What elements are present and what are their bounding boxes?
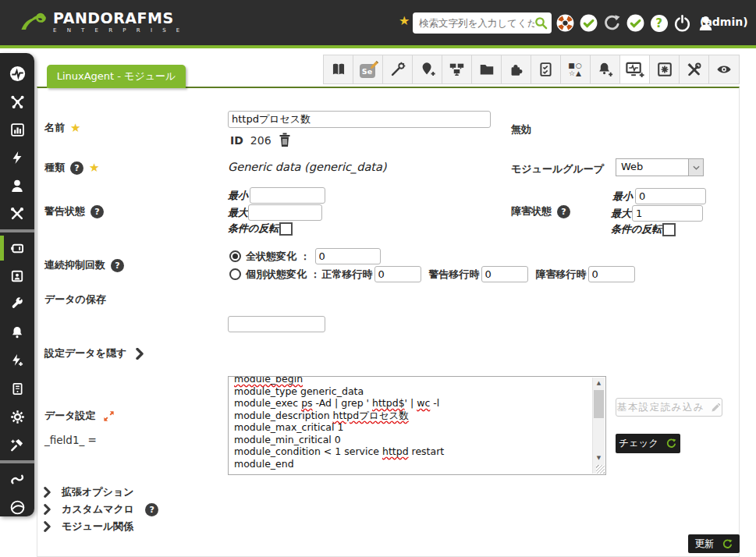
help-icon[interactable] <box>648 12 669 34</box>
data-config-textarea[interactable]: module_beginmodule_type generic_datamodu… <box>228 376 606 475</box>
ff-to-normal-input[interactable] <box>374 266 421 282</box>
toolbar-alert-add-icon[interactable] <box>591 55 620 83</box>
required-star-icon <box>89 162 99 174</box>
toolbar-wand-icon[interactable] <box>383 55 413 83</box>
toolbar-pin-add-icon[interactable] <box>413 55 442 83</box>
save-data-label: データの保存 <box>44 293 106 307</box>
type-value: Generic data (generic_data) <box>228 161 387 173</box>
load-basic-config-button[interactable]: 基本設定読み込み <box>616 398 722 417</box>
textarea-scrollbar[interactable] <box>592 378 605 474</box>
toolbar-view-eye-icon[interactable] <box>709 55 739 83</box>
critical-invert-checkbox[interactable] <box>662 223 676 236</box>
tasks-check-icon[interactable] <box>625 12 646 34</box>
sidebar-item-servers[interactable] <box>0 374 34 403</box>
search-input[interactable] <box>419 17 534 29</box>
critical-label: 障害状態 <box>511 204 552 218</box>
ff-each-row: 個別状態変化 ： 正常移行時 警告移行時 障害移行時 <box>229 266 635 282</box>
ff-all-radio[interactable] <box>229 250 241 262</box>
sidebar-item-links[interactable] <box>0 465 34 493</box>
toolbar-module-add-icon-active[interactable] <box>620 55 650 83</box>
warning-row-label: 警告状態 <box>44 204 104 218</box>
toolbar-plugin-puzzle-icon[interactable] <box>502 55 531 83</box>
toolbar-widgets-shapes-icon[interactable] <box>561 55 591 83</box>
warning-invert-checkbox[interactable] <box>279 222 293 236</box>
ff-help-icon[interactable] <box>111 259 124 272</box>
sidebar-item-users[interactable] <box>0 172 34 200</box>
type-help-icon[interactable] <box>70 161 83 175</box>
field1-label: _field1_ = <box>44 434 97 446</box>
ff-all-input[interactable] <box>315 248 381 264</box>
ff-each-radio[interactable] <box>229 268 241 280</box>
critical-min-label: 最小 <box>612 190 633 204</box>
status-check-icon[interactable] <box>578 12 599 34</box>
scrollbar-thumb[interactable] <box>594 390 604 418</box>
resize-grip[interactable] <box>596 465 605 474</box>
warning-max-input[interactable] <box>248 204 322 221</box>
ff-label: 連続抑制回数 <box>44 258 105 272</box>
search-icon[interactable] <box>534 16 548 30</box>
expand-arrows-icon[interactable] <box>102 410 115 423</box>
module-group-label: モジュールグループ <box>511 162 604 176</box>
critical-max-label: 最大 <box>611 207 631 221</box>
critical-max-input[interactable] <box>632 205 703 222</box>
sidebar-item-events-add[interactable] <box>0 346 34 374</box>
toolbar-library-book-icon[interactable] <box>324 55 353 83</box>
warning-max-row: 最大 <box>228 204 322 221</box>
section-custom-macros[interactable]: カスタムマクロ <box>44 502 158 516</box>
pencil-icon <box>711 403 721 413</box>
sidebar-item-topology[interactable] <box>0 87 34 115</box>
hide-config-toggle[interactable]: 設定データを隠す <box>44 346 144 360</box>
content-panel <box>37 87 740 557</box>
ff-to-warning-label: 警告移行時 <box>429 268 480 282</box>
disabled-label: 無効 <box>511 122 531 137</box>
update-button[interactable]: 更新 <box>688 534 740 553</box>
toolbar-checklist-icon[interactable] <box>531 55 561 83</box>
custom-macros-help-icon[interactable] <box>145 503 158 516</box>
refresh-icon[interactable] <box>602 12 623 34</box>
critical-invert-label: 条件の反転 <box>611 222 662 236</box>
toolbar-gear-square-icon[interactable] <box>650 55 680 83</box>
support-lifebuoy-icon[interactable] <box>555 12 576 34</box>
network-nodes-icon <box>9 94 26 110</box>
sidebar-item-profiles[interactable] <box>0 262 34 290</box>
brand-subtitle: E N T E R P R I S E <box>53 27 184 34</box>
toolbar-tools-icon[interactable] <box>680 55 709 83</box>
brand-green-bar <box>0 45 756 48</box>
ff-to-critical-input[interactable] <box>588 266 635 282</box>
id-label: ID <box>230 134 243 147</box>
warning-min-input[interactable] <box>250 187 325 204</box>
check-button[interactable]: チェック <box>616 434 680 453</box>
sidebar-item-configuration[interactable] <box>0 290 34 318</box>
sidebar-item-events[interactable] <box>0 144 34 172</box>
toolbar-folder-icon[interactable] <box>472 55 502 83</box>
warning-invert-label: 条件の反転 <box>228 222 279 236</box>
sidebar-item-about[interactable] <box>0 493 34 521</box>
sidebar-item-admin-tools[interactable] <box>0 431 34 459</box>
ff-to-warning-input[interactable] <box>481 266 528 282</box>
warning-help-icon[interactable] <box>91 205 104 218</box>
module-group-select[interactable]: Web <box>616 158 704 176</box>
critical-invert-row: 条件の反転 <box>611 222 676 236</box>
sidebar-item-reports[interactable] <box>0 115 34 144</box>
scroll-down-icon[interactable] <box>593 453 605 464</box>
critical-help-icon[interactable] <box>557 205 570 218</box>
logout-power-icon[interactable] <box>672 12 693 34</box>
favorite-star-icon[interactable] <box>399 15 410 27</box>
section-module-relations[interactable]: モジュール関係 <box>44 520 133 534</box>
sidebar-item-tools[interactable] <box>0 200 34 228</box>
sidebar-item-settings[interactable] <box>0 403 34 431</box>
critical-min-input[interactable] <box>635 188 706 204</box>
sidebar-item-resources-active[interactable] <box>0 234 34 262</box>
module-name-input[interactable] <box>228 111 491 128</box>
section-advanced-options[interactable]: 拡張オプション <box>44 485 134 499</box>
toolbar-setup-editor-icon[interactable] <box>353 55 383 83</box>
toolbar-network-screens-icon[interactable] <box>442 55 472 83</box>
scroll-up-icon[interactable] <box>593 378 605 389</box>
sidebar-item-monitoring[interactable] <box>0 59 34 87</box>
delete-trash-icon[interactable] <box>279 133 291 147</box>
sidebar-separator <box>0 460 34 463</box>
page-tab[interactable]: LinuxAgent - モジュール <box>47 65 186 88</box>
extra-input[interactable] <box>228 316 325 332</box>
sidebar-item-alerts[interactable] <box>0 318 34 346</box>
swoosh-circle-icon <box>9 499 26 516</box>
